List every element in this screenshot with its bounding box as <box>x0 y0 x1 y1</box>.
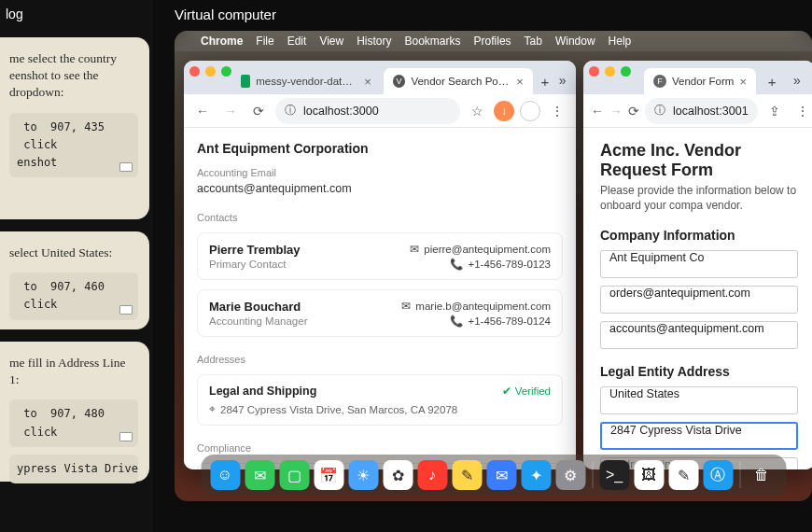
dock-photos[interactable]: ✿ <box>383 460 413 490</box>
menu-item[interactable]: Window <box>555 35 595 48</box>
tab-vendor-portal[interactable]: V Vendor Search Portal × <box>384 68 533 94</box>
address-value: ⌖2847 Cypress Vista Drive, San Marcos, C… <box>209 403 551 415</box>
log-step-3: me fill in Address Line 1: to 907, 480 c… <box>0 342 149 482</box>
forward-button[interactable]: → <box>609 100 623 122</box>
accounts-email-input[interactable]: accounts@antequipment.com <box>600 321 798 349</box>
dock-appstore[interactable]: Ⓐ <box>703 460 733 490</box>
vendor-form-page[interactable]: Acme Inc. Vendor Request Form Please pro… <box>583 128 812 469</box>
mac-menubar[interactable]: Chrome File Edit View History Bookmarks … <box>175 31 812 51</box>
menu-item[interactable]: File <box>256 35 273 48</box>
window-minimize-icon[interactable] <box>205 66 216 77</box>
section-label: Addresses <box>197 354 563 365</box>
log-text: select United States: <box>9 245 138 261</box>
back-button[interactable]: ← <box>191 100 214 122</box>
url-text: localhost:3001 <box>673 105 749 118</box>
code-block: ypress Vista Drive <box>9 455 138 483</box>
menu-item[interactable]: Profiles <box>474 35 511 48</box>
browser-window-right: F Vendor Form × + » ← → ⟳ ⓘ localhost:30… <box>583 61 812 469</box>
vendor-portal-page[interactable]: Ant Equipment Corporation Accounting Ema… <box>184 128 576 469</box>
window-close-icon[interactable] <box>589 66 599 77</box>
menu-item[interactable]: Tab <box>525 35 542 48</box>
menu-item[interactable]: Bookmarks <box>405 35 461 48</box>
section-label: Compliance <box>197 442 563 454</box>
dock-settings[interactable]: ⚙ <box>555 460 585 490</box>
contact-email: ✉pierre@antequipment.com <box>410 243 551 256</box>
mail-icon: ✉ <box>410 243 419 256</box>
chrome-menu-button[interactable]: ⋮ <box>791 100 812 122</box>
label: Accounting Email <box>197 167 563 178</box>
tab-sheets[interactable]: messy-vendor-data - Google × <box>231 68 381 94</box>
close-icon[interactable]: × <box>516 75 524 89</box>
contact-phone: 📞+1-456-789-0124 <box>450 315 551 328</box>
log-panel: log me select the country eenshot to see… <box>0 0 153 532</box>
screenshot-thumb-icon <box>119 432 133 441</box>
dock-safari[interactable]: ✦ <box>521 460 551 490</box>
site-info-icon[interactable]: ⓘ <box>654 103 665 119</box>
country-select[interactable]: United States <box>600 386 798 414</box>
star-button[interactable]: ☆ <box>466 100 488 122</box>
section-company-info: Company Information <box>600 228 798 243</box>
log-text: me fill in Address Line 1: <box>9 355 138 388</box>
phone-icon: 📞 <box>450 258 463 271</box>
dock-terminal[interactable]: >_ <box>599 460 629 490</box>
form-subtitle: Please provide the information below to … <box>600 184 798 213</box>
dock-textedit[interactable]: ✎ <box>668 460 698 490</box>
toolbar: ← → ⟳ ⓘ localhost:3001 ⇪ ⋮ <box>583 94 812 128</box>
menu-item[interactable]: View <box>319 35 343 48</box>
dock-finder[interactable]: ☺ <box>210 460 240 490</box>
site-favicon-icon: F <box>653 75 666 88</box>
contact-card: Marie Bouchard Accounting Manager ✉marie… <box>197 289 563 337</box>
dock-weather[interactable]: ☀ <box>348 460 378 490</box>
reload-button[interactable]: ⟳ <box>628 100 639 122</box>
close-icon[interactable]: × <box>364 75 371 89</box>
new-tab-button[interactable]: + <box>539 71 552 91</box>
download-button[interactable]: ↓ <box>494 101 514 121</box>
dock-facetime[interactable]: ▢ <box>279 460 309 490</box>
dock-messages[interactable]: ✉ <box>245 460 274 490</box>
profile-button[interactable] <box>520 101 540 121</box>
window-close-icon[interactable] <box>189 66 200 77</box>
section-legal-address: Legal Entity Address <box>600 364 798 379</box>
dock-preview[interactable]: 🖼 <box>634 460 664 490</box>
address-type: Legal and Shipping <box>209 385 551 398</box>
chrome-menu-button[interactable]: ⋮ <box>546 100 568 122</box>
url-text: localhost:3000 <box>303 105 379 118</box>
form-title: Acme Inc. Vendor Request Form <box>600 141 798 180</box>
address-bar[interactable]: ⓘ localhost:3001 <box>645 98 758 124</box>
address-line-1-input[interactable]: 2847 Cypress Vista Drive <box>600 422 798 450</box>
back-button[interactable]: ← <box>591 100 604 122</box>
log-step-1: me select the country eenshot to see the… <box>0 37 149 219</box>
dock[interactable]: ☺✉▢📅☀✿♪✎✉✦⚙>_🖼✎Ⓐ🗑 <box>201 455 786 496</box>
dock-trash[interactable]: 🗑 <box>747 460 777 490</box>
dock-calendar[interactable]: 📅 <box>314 460 343 490</box>
overflow-menu-icon[interactable]: » <box>554 69 570 91</box>
tab-vendor-form[interactable]: F Vendor Form × <box>644 68 756 94</box>
dock-music[interactable]: ♪ <box>417 460 447 490</box>
contact-phone: 📞+1-456-789-0123 <box>450 258 551 271</box>
reload-button[interactable]: ⟳ <box>247 100 270 122</box>
share-button[interactable]: ⇪ <box>763 100 786 122</box>
window-minimize-icon[interactable] <box>605 66 615 77</box>
dock-mail[interactable]: ✉ <box>486 460 516 490</box>
code-block: to 907, 435 click enshot <box>9 113 138 178</box>
menu-item[interactable]: History <box>357 35 391 48</box>
tab-strip[interactable]: F Vendor Form × + » <box>583 61 812 94</box>
window-zoom-icon[interactable] <box>621 66 631 77</box>
menu-item[interactable]: Help <box>609 35 632 48</box>
address-bar[interactable]: ⓘ localhost:3000 <box>275 98 460 124</box>
company-name-input[interactable]: Ant Equipment Co <box>600 250 798 278</box>
tab-strip[interactable]: messy-vendor-data - Google × V Vendor Se… <box>184 61 576 94</box>
window-zoom-icon[interactable] <box>221 66 231 77</box>
contact-card: Pierre Tremblay Primary Contact ✉pierre@… <box>197 232 563 280</box>
forward-button[interactable]: → <box>219 100 242 122</box>
toolbar: ← → ⟳ ⓘ localhost:3000 ☆ ↓ ⋮ <box>184 94 576 128</box>
close-icon[interactable]: × <box>739 75 747 89</box>
orders-email-input[interactable]: orders@antequipment.com <box>600 286 798 314</box>
menu-item[interactable]: Chrome <box>201 35 243 48</box>
new-tab-button[interactable]: + <box>762 71 782 91</box>
overflow-menu-icon[interactable]: » <box>785 69 809 91</box>
site-info-icon[interactable]: ⓘ <box>285 103 296 119</box>
dock-notes[interactable]: ✎ <box>452 460 482 490</box>
menu-item[interactable]: Edit <box>287 35 307 48</box>
tab-label: messy-vendor-data - Google <box>256 76 358 87</box>
